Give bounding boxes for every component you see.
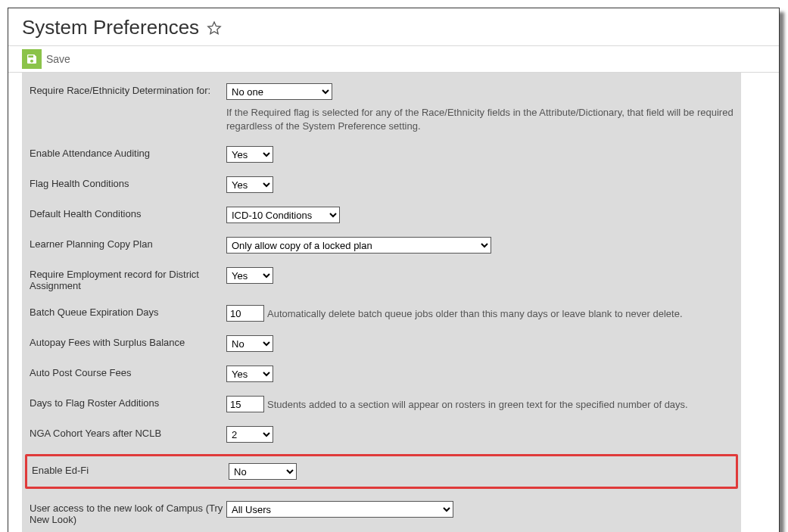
select-employment-record[interactable]: Yes bbox=[226, 267, 273, 284]
row-nga-cohort: NGA Cohort Years after NCLB 2 bbox=[30, 426, 733, 443]
row-learner-plan: Learner Planning Copy Plan Only allow co… bbox=[30, 237, 733, 254]
label-employment-record: Require Employment record for District A… bbox=[30, 267, 226, 291]
row-flag-health: Flag Health Conditions Yes bbox=[30, 176, 733, 193]
row-roster-additions: Days to Flag Roster Additions Students a… bbox=[30, 396, 733, 412]
hint-batch-queue: Automatically delete batch queue jobs ol… bbox=[267, 308, 683, 319]
favorite-star-icon[interactable] bbox=[207, 20, 222, 36]
label-nga-cohort: NGA Cohort Years after NCLB bbox=[30, 426, 226, 439]
save-button-label: Save bbox=[46, 53, 70, 65]
input-roster-days[interactable] bbox=[226, 396, 264, 412]
label-roster-additions: Days to Flag Roster Additions bbox=[30, 396, 226, 409]
label-new-look-access: User access to the new look of Campus (T… bbox=[30, 501, 226, 525]
label-enable-edfi: Enable Ed-Fi bbox=[32, 463, 229, 476]
label-flag-health: Flag Health Conditions bbox=[30, 176, 226, 189]
svg-marker-0 bbox=[208, 22, 220, 34]
select-new-look-access[interactable]: All Users bbox=[226, 501, 453, 518]
row-attendance-auditing: Enable Attendance Auditing Yes bbox=[30, 146, 733, 163]
row-employment-record: Require Employment record for District A… bbox=[30, 267, 733, 291]
label-autopost-fees: Auto Post Course Fees bbox=[30, 366, 226, 378]
row-default-health: Default Health Conditions ICD-10 Conditi… bbox=[30, 207, 733, 223]
select-learner-plan[interactable]: Only allow copy of a locked plan bbox=[226, 237, 491, 254]
hint-roster-additions: Students added to a section will appear … bbox=[267, 399, 688, 410]
select-race-ethnicity[interactable]: No one bbox=[226, 83, 332, 100]
label-learner-plan: Learner Planning Copy Plan bbox=[30, 237, 226, 250]
select-attendance-auditing[interactable]: Yes bbox=[226, 146, 273, 163]
label-default-health: Default Health Conditions bbox=[30, 207, 226, 219]
page-title: System Preferences bbox=[22, 16, 199, 39]
select-nga-cohort[interactable]: 2 bbox=[226, 426, 273, 443]
select-flag-health[interactable]: Yes bbox=[226, 176, 273, 193]
preferences-window: System Preferences Save Require Race/Eth… bbox=[8, 8, 780, 532]
row-enable-edfi: Enable Ed-Fi No bbox=[25, 454, 738, 489]
row-batch-queue: Batch Queue Expiration Days Automaticall… bbox=[30, 305, 733, 322]
save-icon bbox=[22, 49, 42, 69]
row-new-look-access: User access to the new look of Campus (T… bbox=[30, 501, 733, 525]
select-default-health[interactable]: ICD-10 Conditions bbox=[226, 207, 340, 223]
select-autopost-fees[interactable]: Yes bbox=[226, 366, 273, 382]
label-attendance-auditing: Enable Attendance Auditing bbox=[30, 146, 226, 159]
row-race-ethnicity: Require Race/Ethnicity Determination for… bbox=[30, 83, 733, 132]
label-race-ethnicity: Require Race/Ethnicity Determination for… bbox=[30, 83, 226, 96]
label-autopay-fees: Autopay Fees with Surplus Balance bbox=[30, 335, 226, 348]
label-batch-queue: Batch Queue Expiration Days bbox=[30, 305, 226, 318]
toolbar: Save bbox=[8, 45, 779, 73]
page-header: System Preferences bbox=[8, 8, 779, 45]
select-enable-edfi[interactable]: No bbox=[229, 463, 297, 480]
preferences-form: Require Race/Ethnicity Determination for… bbox=[22, 73, 741, 532]
save-button[interactable]: Save bbox=[22, 49, 70, 69]
select-autopay-fees[interactable]: No bbox=[226, 335, 273, 352]
row-autopost-fees: Auto Post Course Fees Yes bbox=[30, 366, 733, 382]
hint-race-ethnicity: If the Required flag is selected for any… bbox=[226, 106, 733, 132]
input-batch-queue-days[interactable] bbox=[226, 305, 264, 322]
row-autopay-fees: Autopay Fees with Surplus Balance No bbox=[30, 335, 733, 352]
